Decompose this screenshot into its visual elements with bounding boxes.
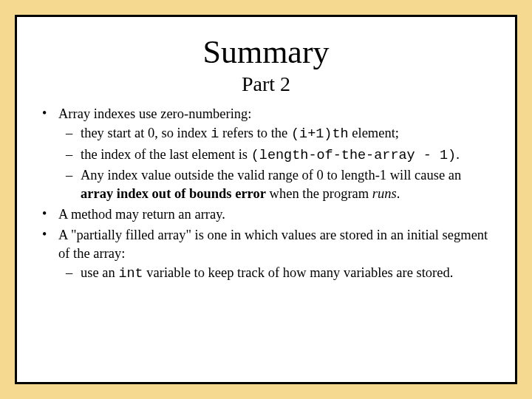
text: variable to keep track of how many varia… [143,265,454,280]
code-text: (i+1)th [291,126,349,142]
bullet-list: Array indexes use zero-numbering: they s… [38,105,494,284]
slide-subtitle: Part 2 [38,72,494,96]
list-item: use an int variable to keep track of how… [58,264,494,283]
list-item: they start at 0, so index i refers to th… [58,124,494,143]
text: they start at 0, so index [81,126,211,140]
slide: Summary Part 2 Array indexes use zero-nu… [15,15,517,384]
list-item: Array indexes use zero-numbering: they s… [38,105,494,202]
list-item: A "partially filled array" is one in whi… [38,226,494,283]
list-item: A method may return an array. [38,205,494,223]
code-text: i [211,126,219,142]
bullet-text: A "partially filled array" is one in whi… [58,228,488,260]
list-item: Any index value outside the valid range … [58,166,494,202]
text: element; [349,126,399,140]
text: refers to the [219,126,291,140]
text: the index of the last element is [81,147,251,162]
sub-list: they start at 0, so index i refers to th… [58,124,494,202]
slide-title: Summary [38,33,494,71]
sub-list: use an int variable to keep track of how… [58,264,494,283]
code-text: (length-of-the-array - 1) [251,148,457,163]
text: . [397,186,400,201]
slide-body: Array indexes use zero-numbering: they s… [38,105,494,284]
bullet-text: Array indexes use zero-numbering: [58,106,251,121]
text: . [456,147,460,162]
text: when the program [266,186,372,201]
text: use an [81,265,118,280]
bullet-text: A method may return an array. [58,207,225,222]
text: Any index value outside the valid range … [81,168,461,183]
code-text: int [118,266,143,282]
list-item: the index of the last element is (length… [58,146,494,165]
bold-text: array index out of bounds error [81,186,266,201]
italic-text: runs [372,186,397,201]
